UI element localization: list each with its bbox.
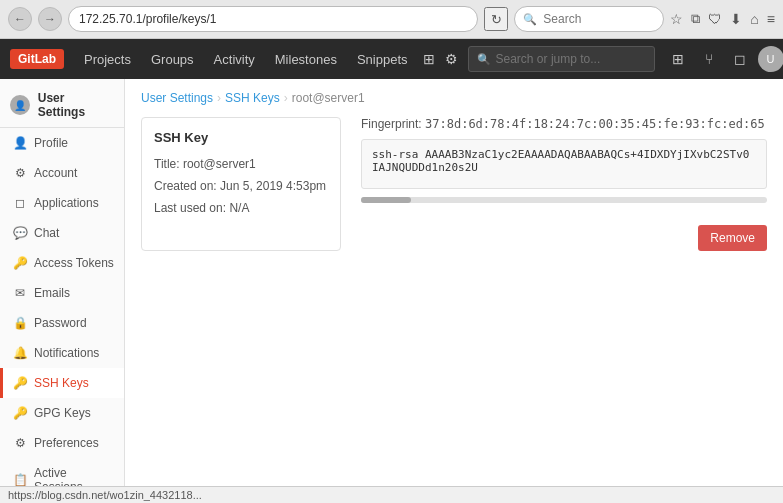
search-icon: 🔍 — [523, 13, 537, 26]
browser-toolbar: ← → 172.25.70.1/profile/keys/1 ↻ 🔍 ☆ ⧉ 🛡… — [0, 0, 783, 38]
user-avatar[interactable]: U — [758, 46, 783, 72]
ssh-key-created: Created on: Jun 5, 2019 4:53pm — [154, 179, 328, 193]
sidebar-label-preferences: Preferences — [34, 436, 99, 450]
breadcrumb-sep-1: › — [217, 91, 221, 105]
gitlab-search-input[interactable] — [496, 52, 646, 66]
fingerprint-prefix: Fingerprint: — [361, 117, 422, 131]
sidebar-item-notifications[interactable]: 🔔 Notifications — [0, 338, 124, 368]
password-icon: 🔒 — [13, 316, 27, 330]
chat-icon: 💬 — [13, 226, 27, 240]
ssh-key-layout: SSH Key Title: root@server1 Created on: … — [141, 117, 767, 251]
sidebar-label-gpg-keys: GPG Keys — [34, 406, 91, 420]
nav-merge-icon[interactable]: ⑂ — [696, 46, 722, 72]
preferences-icon: ⚙ — [13, 436, 27, 450]
sidebar-item-ssh-keys[interactable]: 🔑 SSH Keys — [0, 368, 124, 398]
sidebar-title: User Settings — [38, 91, 114, 119]
status-url-hint: https://blog.csdn.net/wo1zin_4432118... — [8, 489, 202, 501]
url-bar[interactable]: 172.25.70.1/profile/keys/1 — [68, 6, 478, 32]
tab-icon[interactable]: ⧉ — [691, 11, 700, 27]
browser-chrome: ← → 172.25.70.1/profile/keys/1 ↻ 🔍 ☆ ⧉ 🛡… — [0, 0, 783, 39]
sidebar-item-access-tokens[interactable]: 🔑 Access Tokens — [0, 248, 124, 278]
forward-button[interactable]: → — [38, 7, 62, 31]
sidebar-item-gpg-keys[interactable]: 🔑 GPG Keys — [0, 398, 124, 428]
sidebar-label-profile: Profile — [34, 136, 68, 150]
nav-snippets[interactable]: Snippets — [352, 52, 413, 67]
sidebar-label-chat: Chat — [34, 226, 59, 240]
sidebar-item-emails[interactable]: ✉ Emails — [0, 278, 124, 308]
account-icon: ⚙ — [13, 166, 27, 180]
gitlab-logo[interactable]: GitLab — [10, 49, 64, 69]
key-value-text: ssh-rsa AAAAB3NzaC1yc2EAAAADAQABAABAQCs+… — [372, 148, 750, 174]
nav-milestones[interactable]: Milestones — [270, 52, 342, 67]
main-layout: 👤 User Settings 👤 Profile ⚙ Account ◻ Ap… — [0, 79, 783, 503]
sidebar-item-applications[interactable]: ◻ Applications — [0, 188, 124, 218]
gitlab-navbar: GitLab Projects Groups Activity Mileston… — [0, 39, 783, 79]
key-value-box: ssh-rsa AAAAB3NzaC1yc2EAAAADAQABAABAQCs+… — [361, 139, 767, 189]
gpg-keys-icon: 🔑 — [13, 406, 27, 420]
sidebar-item-chat[interactable]: 💬 Chat — [0, 218, 124, 248]
nav-plus-icon[interactable]: ⊞ — [423, 51, 435, 67]
home-icon[interactable]: ⌂ — [750, 11, 758, 27]
sidebar-item-profile[interactable]: 👤 Profile — [0, 128, 124, 158]
browser-action-icons: ☆ ⧉ 🛡 ⬇ ⌂ ≡ — [670, 11, 775, 27]
back-button[interactable]: ← — [8, 7, 32, 31]
ssh-keys-icon: 🔑 — [13, 376, 27, 390]
nav-settings-icon[interactable]: ⚙ — [445, 51, 458, 67]
sidebar-label-account: Account — [34, 166, 77, 180]
nav-right-icons: ⊞ ⑂ ◻ U — [665, 46, 783, 72]
applications-icon: ◻ — [13, 196, 27, 210]
fingerprint-value: 37:8d:6d:78:4f:18:24:7c:00:35:45:fe:93:f… — [425, 117, 765, 131]
nav-activity[interactable]: Activity — [209, 52, 260, 67]
nav-grid-icon[interactable]: ⊞ — [665, 46, 691, 72]
content-area: User Settings › SSH Keys › root@server1 … — [125, 79, 783, 503]
notifications-icon: 🔔 — [13, 346, 27, 360]
nav-issues-icon[interactable]: ◻ — [727, 46, 753, 72]
nav-groups[interactable]: Groups — [146, 52, 199, 67]
sidebar-item-account[interactable]: ⚙ Account — [0, 158, 124, 188]
key-scrollbar[interactable] — [361, 197, 767, 203]
breadcrumb-current: root@server1 — [292, 91, 365, 105]
fingerprint-label: Fingerprint: 37:8d:6d:78:4f:18:24:7c:00:… — [361, 117, 767, 131]
access-tokens-icon: 🔑 — [13, 256, 27, 270]
bookmark-icon[interactable]: ☆ — [670, 11, 683, 27]
status-bar: https://blog.csdn.net/wo1zin_4432118... — [0, 486, 783, 503]
ssh-key-details-panel: Fingerprint: 37:8d:6d:78:4f:18:24:7c:00:… — [361, 117, 767, 251]
profile-icon: 👤 — [13, 136, 27, 150]
remove-button[interactable]: Remove — [698, 225, 767, 251]
sidebar-item-preferences[interactable]: ⚙ Preferences — [0, 428, 124, 458]
sidebar-item-password[interactable]: 🔒 Password — [0, 308, 124, 338]
sidebar-header: 👤 User Settings — [0, 79, 124, 128]
nav-projects[interactable]: Projects — [79, 52, 136, 67]
sidebar-label-ssh-keys: SSH Keys — [34, 376, 89, 390]
sidebar-label-notifications: Notifications — [34, 346, 99, 360]
search-wrapper: 🔍 — [514, 6, 664, 32]
reload-button[interactable]: ↻ — [484, 7, 508, 31]
shield-icon[interactable]: 🛡 — [708, 11, 722, 27]
sidebar-user-icon: 👤 — [10, 95, 30, 115]
key-scrollbar-thumb — [361, 197, 411, 203]
sidebar-label-access-tokens: Access Tokens — [34, 256, 114, 270]
ssh-key-last-used: Last used on: N/A — [154, 201, 328, 215]
ssh-key-title: Title: root@server1 — [154, 157, 328, 171]
gitlab-search-bar[interactable]: 🔍 — [468, 46, 655, 72]
breadcrumb-ssh-keys[interactable]: SSH Keys — [225, 91, 280, 105]
emails-icon: ✉ — [13, 286, 27, 300]
active-sessions-icon: 📋 — [13, 473, 27, 487]
breadcrumb: User Settings › SSH Keys › root@server1 — [141, 91, 767, 105]
breadcrumb-sep-2: › — [284, 91, 288, 105]
sidebar-label-emails: Emails — [34, 286, 70, 300]
ssh-key-section-title: SSH Key — [154, 130, 328, 145]
ssh-key-info-panel: SSH Key Title: root@server1 Created on: … — [141, 117, 341, 251]
sidebar-label-applications: Applications — [34, 196, 99, 210]
sidebar-label-password: Password — [34, 316, 87, 330]
menu-icon[interactable]: ≡ — [767, 11, 775, 27]
download-icon[interactable]: ⬇ — [730, 11, 742, 27]
breadcrumb-user-settings[interactable]: User Settings — [141, 91, 213, 105]
url-text: 172.25.70.1/profile/keys/1 — [79, 12, 216, 26]
gitlab-search-icon: 🔍 — [477, 53, 491, 66]
sidebar: 👤 User Settings 👤 Profile ⚙ Account ◻ Ap… — [0, 79, 125, 503]
